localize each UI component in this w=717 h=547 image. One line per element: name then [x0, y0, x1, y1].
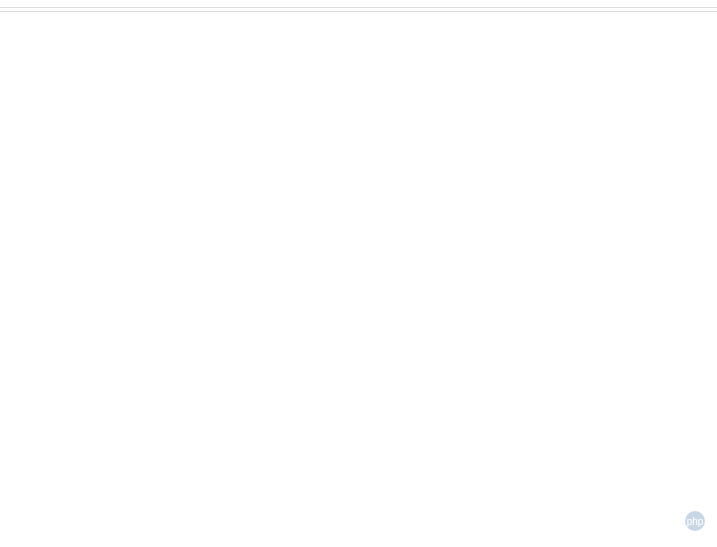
top-code-block — [0, 0, 717, 4]
php-logo-icon: php — [685, 511, 705, 531]
numbered-code-block — [0, 7, 717, 8]
watermark: php — [685, 511, 709, 531]
debug-scope-panel — [0, 11, 717, 18]
